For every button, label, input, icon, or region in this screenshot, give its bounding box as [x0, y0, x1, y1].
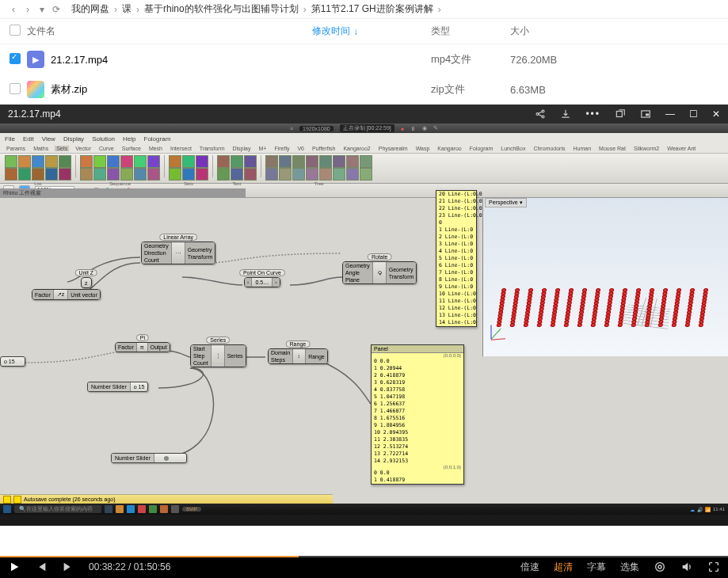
crumb[interactable]: 我的网盘 — [68, 2, 112, 16]
menu-item[interactable]: File — [5, 135, 15, 143]
tab[interactable]: Silkworm2 — [632, 146, 661, 151]
nav-back-icon[interactable]: ‹ — [6, 4, 21, 15]
file-row[interactable]: 素材.zip zip文件 6.63MB — [0, 74, 728, 105]
menu-item[interactable]: Display — [63, 135, 84, 143]
win-start-icon[interactable] — [3, 505, 11, 513]
comp-pi[interactable]: Pi Factor π Output — [115, 342, 170, 352]
comp-unit-z[interactable]: Unit Z z — [81, 277, 92, 288]
tray-icon[interactable]: 📶 — [705, 507, 711, 512]
quality-button[interactable]: 超清 — [554, 561, 573, 574]
file-row[interactable]: ▶21.2.17.mp4 mp4文件 726.20MB — [0, 44, 728, 74]
tab[interactable]: Wasp — [414, 146, 432, 151]
minimize-icon[interactable]: — — [665, 108, 675, 120]
subtitle-button[interactable]: 字幕 — [587, 561, 606, 574]
play-icon[interactable] — [8, 561, 21, 573]
col-modified[interactable]: 修改时间↓ — [312, 25, 431, 38]
prev-icon[interactable] — [35, 561, 48, 573]
menu-item[interactable]: Fologram — [144, 135, 171, 143]
tab[interactable]: Chromodoris — [532, 146, 566, 151]
comp-unit-vector[interactable]: Factor ↗z Unit vector — [32, 289, 101, 300]
window-icon[interactable] — [615, 108, 626, 120]
tab[interactable]: Fologram — [468, 146, 495, 151]
select-all-checkbox[interactable] — [10, 25, 21, 36]
tab[interactable]: Display — [231, 146, 253, 151]
loop-icon[interactable] — [654, 561, 666, 573]
tab[interactable]: Human — [571, 146, 593, 151]
maximize-icon[interactable]: ☐ — [689, 108, 698, 120]
svip-badge: SVIP — [182, 507, 201, 511]
tray-icon[interactable]: 🔊 — [697, 507, 703, 512]
tab[interactable]: Mouse Rat — [597, 146, 627, 151]
menu-item[interactable]: Edit — [23, 135, 34, 143]
tab[interactable]: Vector — [74, 146, 93, 151]
tab[interactable]: Transform — [198, 146, 227, 151]
gh-ribbon[interactable]: List Sequence Sets Text Tree — [0, 154, 728, 184]
comp-series[interactable]: Series StartStepCount ⋯ Series — [190, 344, 246, 367]
close-icon[interactable]: ✕ — [712, 108, 720, 120]
comp-rotate[interactable]: Rotate GeometryAnglePlane ⟳ GeometryTran… — [342, 261, 417, 284]
pip-icon[interactable] — [640, 108, 651, 120]
row-checkbox[interactable] — [10, 83, 21, 94]
tab[interactable]: Pufferfish — [311, 146, 337, 151]
crumb[interactable]: 第11节2.17 GH进阶案例讲解 — [308, 2, 436, 16]
gh-menu-bar[interactable]: File Edit View Display Solution Help Fol… — [0, 133, 728, 144]
rhino-viewport[interactable]: Perspective ▾ — [482, 198, 728, 356]
tab[interactable]: Intersect — [169, 146, 193, 151]
taskbar-app[interactable] — [116, 505, 124, 513]
taskbar-app[interactable] — [149, 505, 157, 513]
menu-item[interactable]: Solution — [92, 135, 115, 143]
taskbar-app[interactable] — [160, 505, 168, 513]
volume-icon[interactable] — [680, 561, 693, 573]
row-checkbox[interactable] — [10, 53, 21, 64]
number-slider[interactable]: Number Slidero 15 — [87, 382, 148, 392]
gh-tab-bar[interactable]: Params Maths Sets Vector Curve Surface M… — [0, 144, 728, 154]
number-slider[interactable]: Number Slider — [111, 453, 187, 463]
tab[interactable]: Maths — [32, 146, 50, 151]
comp-range[interactable]: Range DomainSteps ↔ Range — [268, 348, 328, 364]
tab[interactable]: Params — [5, 146, 27, 151]
file-size: 726.20MB — [510, 54, 589, 66]
menu-item[interactable]: Help — [123, 135, 135, 143]
taskbar-app[interactable] — [105, 505, 112, 513]
comp-linear-array[interactable]: Linear Array GeometryDirectionCount ⋮ Ge… — [141, 241, 215, 264]
crumb[interactable]: 基于rhino的软件强化与出图辅导计划 — [141, 2, 302, 16]
col-size[interactable]: 大小 — [510, 25, 589, 38]
speed-button[interactable]: 倍速 — [520, 561, 539, 574]
taskbar-app[interactable] — [171, 505, 179, 513]
share-icon[interactable] — [535, 108, 546, 120]
tab[interactable]: LunchBox — [499, 146, 527, 151]
tab[interactable]: Curve — [97, 146, 116, 151]
tab[interactable]: Weaver Ant — [665, 146, 697, 151]
next-icon[interactable] — [62, 561, 74, 573]
nav-fwd-icon[interactable]: › — [21, 4, 35, 15]
tab[interactable]: Sets — [55, 146, 69, 151]
tab[interactable]: Mesh — [147, 146, 164, 151]
taskbar-app[interactable] — [127, 505, 135, 513]
tab[interactable]: Physarealm — [377, 146, 410, 151]
tab[interactable]: Firefly — [273, 146, 291, 151]
panel-lines[interactable]: 20 Line-(L:0.021 Line-(L:0.022 Line-(L:0… — [436, 190, 477, 327]
col-name[interactable]: 文件名 — [27, 25, 312, 38]
crumb[interactable]: 课 — [119, 2, 135, 16]
more-icon[interactable]: ••• — [585, 108, 600, 120]
tab[interactable]: V6 — [295, 146, 306, 151]
menu-item[interactable]: View — [42, 135, 55, 143]
col-type[interactable]: 类型 — [431, 25, 510, 38]
taskbar-search[interactable]: 🔍 在这里输入你要搜索的内容 — [14, 505, 101, 513]
comp-point-on-curve[interactable]: Point On Curve ◦ 0.5… ◦ — [244, 277, 280, 287]
refresh-icon[interactable]: ⟳ — [49, 4, 63, 15]
tray-icon[interactable]: ☁ — [690, 507, 695, 512]
taskbar-app[interactable] — [138, 505, 146, 513]
panel-range-output[interactable]: Panel {0;0;0;0} 0 0.01 0.209442 0.418879… — [371, 344, 464, 485]
windows-taskbar[interactable]: 🔍 在这里输入你要搜索的内容 SVIP ☁ 🔊 📶 11:41 — [0, 504, 728, 515]
nav-dropdown-icon[interactable]: ▾ — [35, 4, 49, 15]
fullscreen-icon[interactable] — [707, 561, 720, 573]
tab[interactable]: Kangaroo2 — [341, 146, 372, 151]
number-slider[interactable]: o 15 — [0, 356, 25, 367]
tab[interactable]: M+ — [257, 146, 268, 151]
progress-bar[interactable] — [0, 556, 728, 557]
download-icon[interactable] — [560, 108, 571, 120]
episodes-button[interactable]: 选集 — [620, 561, 639, 574]
tab[interactable]: Surface — [120, 146, 143, 151]
tab[interactable]: Kangaroo — [436, 146, 463, 151]
